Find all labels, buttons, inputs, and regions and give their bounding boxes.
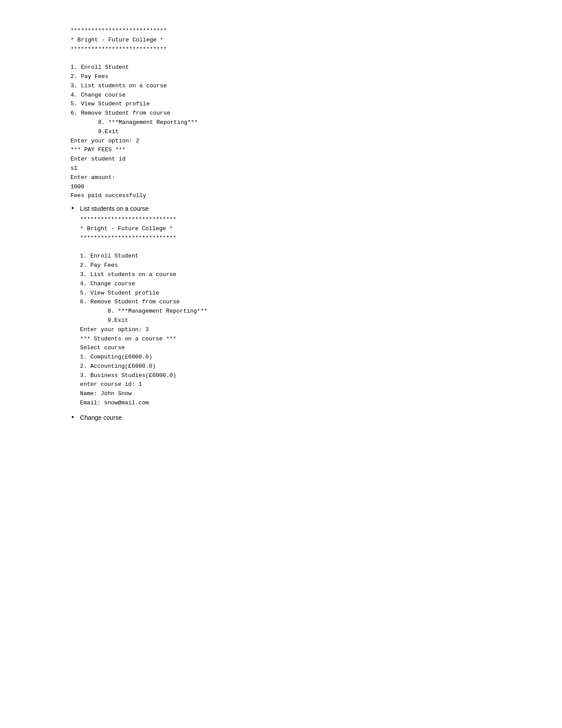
- fees-pay-code: **************************** * Bright - …: [71, 26, 467, 201]
- list-students-code: **************************** * Bright - …: [80, 215, 208, 408]
- list-students-label: List students on a course: [80, 205, 149, 212]
- fees-pay-code-block: **************************** * Bright - …: [71, 26, 467, 201]
- bullet-dot-change-course: •: [71, 414, 75, 422]
- change-course-content: Change course: [80, 413, 122, 422]
- list-students-bullet-item: • List students on a course ************…: [71, 204, 467, 410]
- change-course-label: Change course: [80, 414, 122, 421]
- change-course-bullet-item: • Change course: [71, 413, 467, 422]
- bullet-dot-list-students: •: [71, 205, 75, 213]
- page-content: **************************** * Bright - …: [71, 26, 467, 422]
- list-students-content: List students on a course **************…: [80, 204, 208, 410]
